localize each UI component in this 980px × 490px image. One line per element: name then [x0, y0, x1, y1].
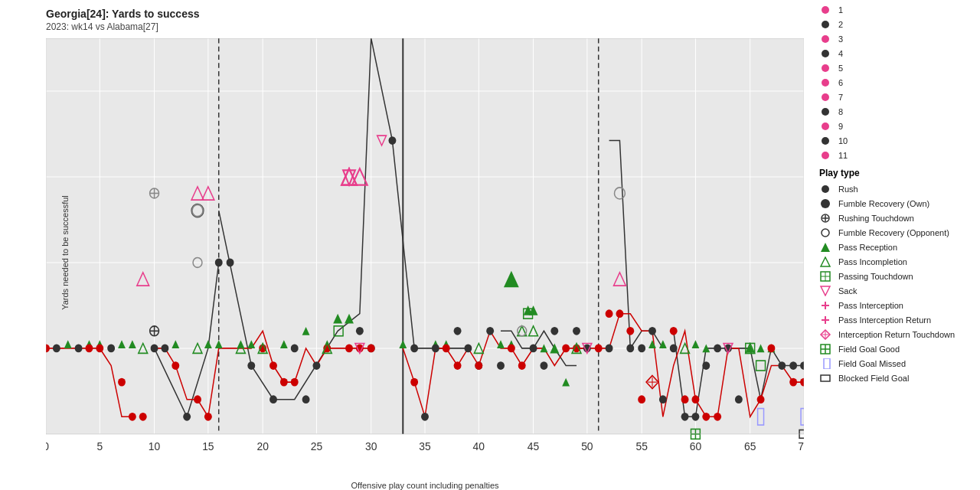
svg-point-113 [691, 413, 699, 421]
svg-point-88 [302, 395, 310, 403]
svg-point-156 [757, 395, 765, 403]
svg-point-89 [312, 361, 320, 370]
pass-incompletion-label: Pass Incompletion [838, 256, 907, 268]
svg-rect-243 [821, 375, 830, 381]
svg-point-86 [270, 395, 277, 403]
chart-area: Georgia[24]: Yards to success 2023: wk14… [0, 0, 812, 490]
legend-icon-3 [819, 33, 835, 45]
svg-point-122 [85, 345, 93, 353]
legend-item-5: 5 [819, 62, 972, 74]
legend-label-6: 6 [838, 77, 843, 89]
svg-point-151 [670, 327, 678, 335]
legend-item-9: 9 [819, 120, 972, 132]
pass-reception-label: Pass Reception [838, 241, 897, 253]
main-container: Georgia[24]: Yards to success 2023: wk14… [0, 0, 980, 490]
legend-icon-9 [819, 120, 835, 132]
svg-point-142 [508, 345, 515, 353]
chart-subtitle: 2023: wk14 vs Alabama[27] [46, 21, 804, 32]
fg-good-icon [819, 343, 835, 355]
svg-point-148 [616, 309, 623, 318]
legend-label-7: 7 [838, 91, 843, 103]
svg-point-81 [161, 345, 168, 353]
legend-icon-4 [819, 47, 835, 60]
legend-pass-interception-return: Pass Interception Return [819, 314, 972, 326]
svg-point-158 [789, 378, 797, 387]
svg-text:40: 40 [473, 440, 485, 453]
svg-point-220 [822, 185, 829, 193]
svg-point-84 [227, 259, 234, 267]
legend-label-9: 9 [838, 120, 843, 132]
svg-point-143 [518, 361, 526, 370]
svg-point-123 [96, 345, 103, 353]
svg-point-140 [454, 361, 462, 370]
legend-fumble-own: Fumble Recovery (Own) [819, 198, 972, 210]
legend-pass-incompletion: Pass Incompletion [819, 256, 972, 268]
svg-point-77 [53, 345, 60, 353]
legend-icon-7 [819, 91, 835, 103]
legend-icon-6 [819, 77, 835, 89]
legend-item-2: 2 [819, 18, 972, 31]
legend-passing-td: Passing Touchdown [819, 270, 972, 283]
svg-marker-227 [821, 257, 830, 266]
svg-point-119 [789, 361, 797, 370]
svg-point-221 [821, 199, 830, 208]
svg-point-95 [432, 345, 439, 353]
svg-point-106 [606, 345, 613, 353]
legend-label-10: 10 [838, 135, 848, 147]
svg-point-127 [172, 361, 179, 370]
svg-point-97 [464, 345, 472, 353]
svg-point-137 [368, 345, 375, 353]
fumble-opp-icon [819, 227, 835, 239]
svg-text:55: 55 [635, 440, 647, 453]
svg-point-216 [822, 108, 829, 116]
svg-point-133 [291, 378, 299, 387]
svg-text:50: 50 [581, 440, 593, 453]
svg-point-152 [681, 395, 689, 403]
play-type-header: Play type [819, 168, 972, 178]
pass-interception-label: Pass Interception [838, 299, 903, 312]
svg-text:45: 45 [528, 440, 539, 453]
pass-interception-icon [819, 299, 835, 312]
pass-interception-return-label: Pass Interception Return [838, 314, 931, 326]
svg-point-132 [280, 378, 288, 387]
legend-item-10: 10 [819, 135, 972, 147]
sack-label: Sack [838, 285, 857, 297]
svg-point-111 [670, 345, 678, 353]
svg-text:65: 65 [744, 440, 756, 453]
svg-point-93 [410, 345, 418, 353]
svg-point-218 [822, 137, 829, 145]
svg-text:30: 30 [365, 440, 377, 453]
legend-playtypes-section: Rush Fumble Recovery (Own) Rushing Touch… [819, 183, 972, 384]
svg-point-92 [388, 136, 396, 145]
svg-point-118 [778, 361, 786, 370]
svg-point-209 [822, 6, 829, 14]
svg-marker-226 [821, 243, 830, 252]
svg-point-110 [659, 395, 667, 403]
svg-point-79 [107, 345, 115, 353]
svg-point-103 [550, 327, 558, 335]
legend-label-5: 5 [838, 62, 843, 74]
svg-point-80 [151, 345, 158, 353]
svg-point-129 [204, 413, 212, 421]
svg-point-114 [702, 361, 710, 370]
svg-point-146 [595, 345, 603, 353]
pass-reception-icon [819, 241, 835, 253]
svg-point-135 [345, 345, 353, 353]
fumble-own-label: Fumble Recovery (Own) [838, 198, 929, 210]
legend-numbers-section: 1 2 3 4 [819, 4, 972, 162]
svg-point-217 [822, 122, 829, 130]
svg-point-94 [421, 413, 429, 421]
legend-icon-11 [819, 149, 835, 162]
legend-icon-1 [819, 4, 835, 16]
int-return-td-icon [819, 328, 835, 341]
passing-td-label: Passing Touchdown [838, 270, 913, 283]
svg-text:15: 15 [202, 440, 214, 453]
legend-icon-5 [819, 62, 835, 74]
svg-point-109 [648, 327, 656, 335]
legend-item-1: 1 [819, 4, 972, 16]
fumble-own-icon [819, 198, 835, 210]
x-axis-label: Offensive play count including penalties [351, 481, 498, 490]
passing-td-icon [819, 270, 835, 283]
svg-point-214 [822, 79, 829, 87]
legend-int-return-td: Interception Return Touchdown [819, 328, 972, 341]
